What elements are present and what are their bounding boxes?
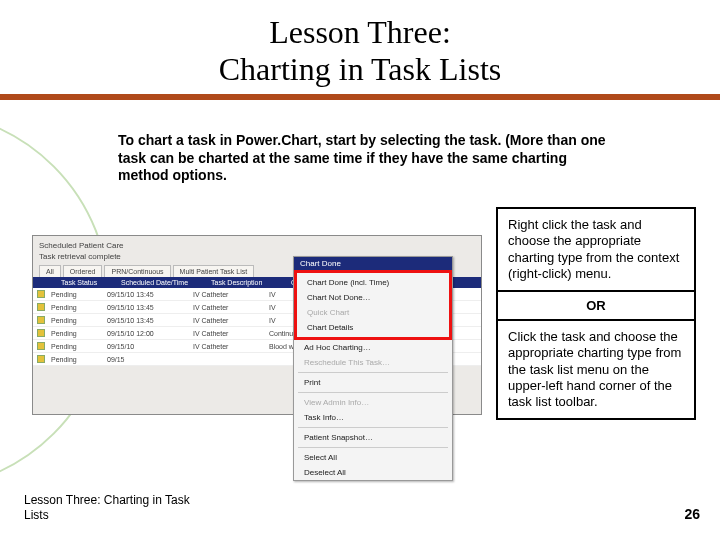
cell-order: IV: [269, 304, 276, 311]
col-icon: [37, 279, 51, 286]
cell-status: Pending: [51, 343, 101, 350]
menu-separator: [298, 392, 448, 393]
task-icon: [37, 316, 45, 324]
ctx-reschedule: Reschedule This Task…: [294, 355, 452, 370]
screenshot-window-title: Scheduled Patient Care: [33, 236, 481, 252]
ctx-select-all[interactable]: Select All: [294, 450, 452, 465]
cell-desc: IV Catheter: [193, 304, 263, 311]
task-icon: [37, 303, 45, 311]
cell-status: Pending: [51, 330, 101, 337]
ctx-deselect-all[interactable]: Deselect All: [294, 465, 452, 480]
cell-dt: 09/15/10 12:00: [107, 330, 187, 337]
menu-separator: [298, 447, 448, 448]
cell-desc: IV Catheter: [193, 317, 263, 324]
ctx-task-info[interactable]: Task Info…: [294, 410, 452, 425]
context-menu: Chart Done Chart Done (incl. Time) Chart…: [293, 256, 453, 481]
context-menu-highlight: Chart Done (incl. Time) Chart Not Done… …: [294, 270, 452, 340]
page-number: 26: [684, 506, 700, 522]
slide-header: Lesson Three: Charting in Task Lists: [0, 0, 720, 104]
callout-right-click: Right click the task and choose the appr…: [496, 207, 696, 292]
title-underline: [0, 94, 720, 100]
ctx-chart-not-done[interactable]: Chart Not Done…: [297, 290, 449, 305]
cell-desc: IV Catheter: [193, 330, 263, 337]
tab-prn[interactable]: PRN/Continuous: [104, 265, 170, 277]
slide-title: Lesson Three: Charting in Task Lists: [0, 14, 720, 88]
cell-status: Pending: [51, 304, 101, 311]
ctx-chart-done-time[interactable]: Chart Done (incl. Time): [297, 275, 449, 290]
callout-or: OR: [496, 292, 696, 319]
title-line-1: Lesson Three:: [269, 14, 451, 50]
footer-lesson-label: Lesson Three: Charting in Task Lists: [24, 493, 204, 522]
cell-dt: 09/15/10: [107, 343, 187, 350]
cell-desc: IV Catheter: [193, 291, 263, 298]
ctx-patient-snapshot[interactable]: Patient Snapshot…: [294, 430, 452, 445]
cell-dt: 09/15/10 13:45: [107, 291, 187, 298]
cell-dt: 09/15: [107, 356, 187, 363]
tab-ordered[interactable]: Ordered: [63, 265, 103, 277]
cell-desc: IV Catheter: [193, 343, 263, 350]
cell-order: IV: [269, 317, 276, 324]
context-menu-title: Chart Done: [294, 257, 452, 270]
col-desc: Task Description: [211, 279, 281, 286]
ctx-adhoc[interactable]: Ad Hoc Charting…: [294, 340, 452, 355]
task-icon: [37, 329, 45, 337]
ctx-quick-chart: Quick Chart: [297, 305, 449, 320]
app-screenshot: Scheduled Patient Care Task retrieval co…: [32, 235, 482, 415]
ctx-print[interactable]: Print: [294, 375, 452, 390]
col-datetime: Scheduled Date/Time: [121, 279, 201, 286]
tab-multi[interactable]: Multi Patient Task List: [173, 265, 255, 277]
ctx-chart-details[interactable]: Chart Details: [297, 320, 449, 335]
task-icon: [37, 342, 45, 350]
menu-separator: [298, 372, 448, 373]
cell-status: Pending: [51, 356, 101, 363]
task-icon: [37, 355, 45, 363]
cell-order: IV: [269, 291, 276, 298]
callout-left-click: Click the task and choose the appropriat…: [496, 319, 696, 420]
callout-stack: Right click the task and choose the appr…: [496, 207, 696, 420]
ctx-admin-info: View Admin Info…: [294, 395, 452, 410]
col-status: Task Status: [61, 279, 111, 286]
cell-status: Pending: [51, 291, 101, 298]
menu-separator: [298, 427, 448, 428]
cell-dt: 09/15/10 13:45: [107, 304, 187, 311]
tab-all[interactable]: All: [39, 265, 61, 277]
cell-status: Pending: [51, 317, 101, 324]
intro-paragraph: To chart a task in Power.Chart, start by…: [118, 132, 608, 185]
cell-dt: 09/15/10 13:45: [107, 317, 187, 324]
title-line-2: Charting in Task Lists: [219, 51, 502, 87]
task-icon: [37, 290, 45, 298]
